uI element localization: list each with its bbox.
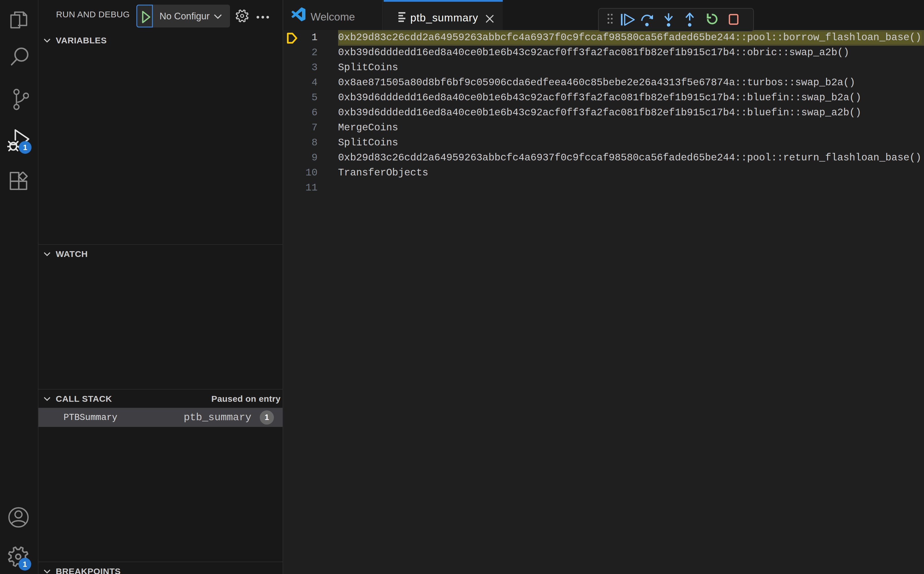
svg-text:1: 1 — [23, 143, 27, 152]
